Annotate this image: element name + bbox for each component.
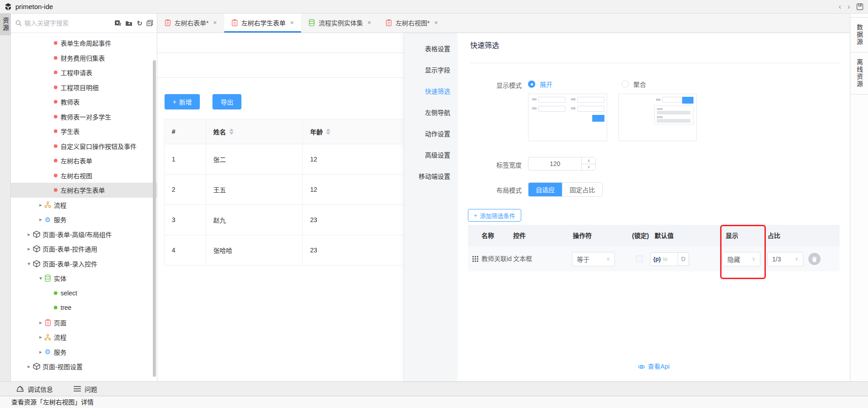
editor-area: 左树右表单* × 左树右学生表单 × 流程实例实体集 × 左树右视图* × +新… [157,14,850,381]
tab-form-1[interactable]: 左树右表单* × [157,14,224,33]
add-filter-condition-button[interactable]: +添加筛选条件 [468,209,521,222]
ratio-select[interactable]: 1/3∨ [767,252,803,266]
problems-button[interactable]: 问题 [74,384,97,394]
expand-arrow-icon[interactable]: ▸ [26,231,32,237]
tree-item[interactable]: ▾实体 [11,271,157,286]
col-control: 控件 [513,225,526,247]
menu-item-quick-filter[interactable]: 快速筛选 [404,81,458,102]
drag-handle-icon[interactable] [472,256,478,263]
radio-expand[interactable]: 展开 [528,80,552,89]
new-folder-icon[interactable] [125,20,132,26]
tree-item[interactable]: 左树右视图 [11,168,157,183]
menu-item-advanced[interactable]: 高级设置 [404,145,458,166]
tab-label: 左树右学生表单 [241,18,286,27]
column-header-name[interactable]: 姓名 [206,119,303,144]
expand-arrow-icon[interactable]: ▸ [38,202,43,208]
tab-offline-resources[interactable]: 离线资源 [850,52,868,95]
tab-datasource[interactable]: 数据源 [850,17,868,52]
tab-form-2-active[interactable]: 左树右学生表单 × [224,14,301,33]
segment-adaptive[interactable]: 自适应 [528,183,562,196]
gear-icon: ⚙ [44,216,52,223]
label-width-value[interactable]: 120 [528,157,581,170]
expand-mode-preview[interactable] [528,94,607,141]
nav-forward-icon[interactable]: › [848,3,850,10]
tree-item[interactable]: 工程项目明细 [11,80,157,95]
sort-icon[interactable] [326,128,330,135]
collapse-arrow-icon[interactable]: ▾ [38,275,43,281]
tab-entity-set[interactable]: 流程实例实体集 × [301,14,378,33]
entity-icon [308,19,315,26]
export-button[interactable]: 导出 [212,94,241,109]
flow-icon [44,333,52,341]
tree-item[interactable]: tree [11,300,157,315]
tree-item[interactable]: ▸流程 [11,198,157,213]
tree-item[interactable]: 自定义窗口操作按钮及事件 [11,139,157,154]
close-icon[interactable]: × [213,19,217,26]
form-icon [231,19,238,26]
tree-item[interactable]: ▸页面-表单-高级/布局组件 [11,227,157,242]
close-icon[interactable]: × [368,19,371,26]
stepper-down-icon[interactable]: ∨ [582,164,595,171]
search-input[interactable] [24,19,114,27]
tree-item-selected[interactable]: 左树右学生表单 [11,183,157,198]
tree-item[interactable]: ▾页面-表单-录入控件 [11,256,157,271]
default-value-suffix-button[interactable]: D [678,252,689,266]
debug-info-button[interactable]: 调试信息 [16,384,53,394]
default-value-input[interactable]: {p}te D [650,252,689,266]
table-row[interactable]: 4 张哈哈 23 [165,235,417,266]
tree-item[interactable]: 教师表 [11,95,157,109]
radio-aggregate[interactable]: 聚合 [622,80,646,89]
expand-arrow-icon[interactable]: ▸ [38,334,43,340]
radio-icon [622,81,629,88]
close-icon[interactable]: × [434,19,438,26]
expand-arrow-icon[interactable]: ▸ [38,349,43,355]
nav-back-icon[interactable]: ‹ [839,3,841,10]
view-api-link[interactable]: 查看Api [458,361,850,370]
operator-select[interactable]: 等于∨ [572,252,615,266]
delete-filter-button[interactable] [808,253,821,265]
save-icon[interactable] [856,3,863,10]
refresh-icon[interactable]: ↻ [137,20,142,27]
tree-item[interactable]: ▸页面 [11,315,157,330]
tab-view[interactable]: 左树右视图* × [378,14,445,33]
sidebar-scrollbar[interactable] [153,60,156,377]
table-row[interactable]: 3 赵九 23 [165,205,417,235]
expand-arrow-icon[interactable]: ▸ [38,216,43,223]
table-row[interactable]: 1 张二 12 [165,144,417,175]
locate-resource-icon[interactable] [114,20,121,26]
tree-item[interactable]: select [11,286,157,301]
expand-arrow-icon[interactable]: ▸ [26,246,32,252]
tree-item[interactable]: 教师表一对多学生 [11,109,157,124]
menu-item-action-settings[interactable]: 动作设置 [404,123,458,145]
tree-item[interactable]: 左树右表单 [11,153,157,168]
column-header-age[interactable]: 年龄 [303,119,417,144]
segment-fixed-ratio[interactable]: 固定占比 [562,183,602,196]
tree-item[interactable]: ▸页面-视图设置 [11,359,157,374]
activity-tab-resources[interactable]: 资源 [0,14,11,35]
tree-item[interactable]: 工程申请表 [11,65,157,80]
stepper-up-icon[interactable]: ∧ [582,157,595,164]
aggregate-mode-preview[interactable] [618,94,697,141]
tree-item[interactable]: ▸流程 [11,330,157,345]
table-row[interactable]: 2 王五 12 [165,175,417,205]
tree-item[interactable]: 财务费用归集表 [11,51,157,66]
close-icon[interactable]: × [290,19,294,26]
locked-checkbox[interactable] [636,256,643,262]
sort-icon[interactable] [229,128,234,135]
expand-arrow-icon[interactable]: ▸ [26,363,32,370]
tree-item[interactable]: 表单生命周起事件 [11,36,157,51]
tree-item[interactable]: ▸⚙服务 [11,212,157,227]
tree-item[interactable]: 学生表 [11,124,157,139]
tree-item[interactable]: ▸⚙服务 [11,345,157,360]
flow-icon [44,201,52,209]
menu-item-table-settings[interactable]: 表格设置 [404,38,458,60]
tree-item[interactable]: ▸页面-表单-控件通用 [11,242,157,256]
add-button[interactable]: +新增 [165,94,200,109]
collapse-all-icon[interactable] [146,20,153,26]
menu-item-mobile[interactable]: 移动端设置 [404,166,458,187]
menu-item-display-fields[interactable]: 显示字段 [404,60,458,81]
expand-arrow-icon[interactable]: ▸ [38,319,43,326]
display-select[interactable]: 隐藏∨ [722,252,760,266]
collapse-arrow-icon[interactable]: ▾ [26,261,32,267]
menu-item-left-nav[interactable]: 左侧导航 [404,102,458,123]
